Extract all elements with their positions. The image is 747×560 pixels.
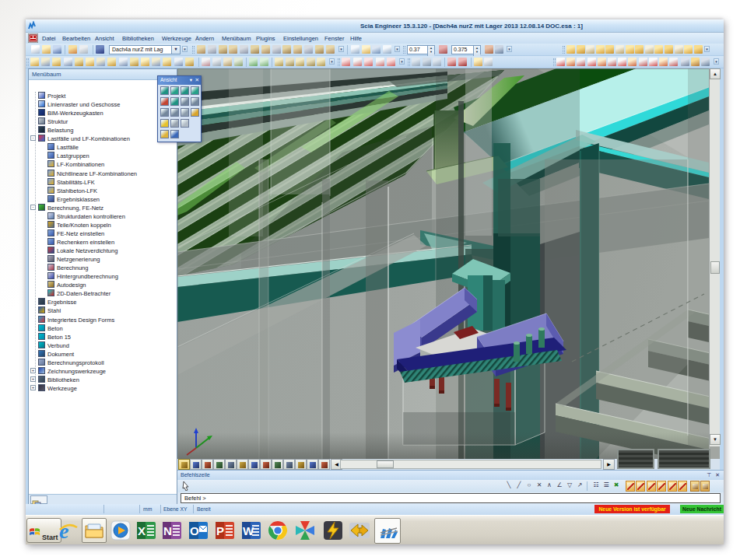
svg-text:P: P xyxy=(216,524,224,537)
svg-text:X: X xyxy=(138,524,146,537)
svg-text:N: N xyxy=(163,524,172,537)
svg-text:O: O xyxy=(190,524,199,537)
svg-text:e: e xyxy=(59,520,68,541)
